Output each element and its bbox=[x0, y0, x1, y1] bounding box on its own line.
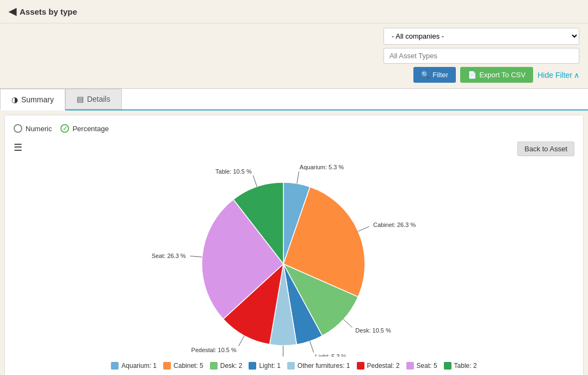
filter-area: - All companies - 🔍 Filter 📄 Export To C… bbox=[0, 23, 588, 89]
filter-button[interactable]: 🔍 Filter bbox=[413, 67, 456, 83]
page-title: Assets by type bbox=[20, 7, 77, 16]
summary-tab-label: Summary bbox=[21, 95, 54, 104]
legend-item: Light: 1 bbox=[249, 362, 280, 370]
svg-text:Aquarium: 5.3 %: Aquarium: 5.3 % bbox=[299, 164, 344, 170]
filter-row-actions: 🔍 Filter 📄 Export To CSV Hide Filter ∧ bbox=[413, 67, 579, 83]
legend-color bbox=[249, 362, 256, 370]
svg-text:Pedestal: 10.5 %: Pedestal: 10.5 % bbox=[191, 347, 236, 353]
hamburger-icon[interactable]: ☰ bbox=[14, 142, 22, 153]
legend-item: Other furnitures: 1 bbox=[287, 362, 350, 370]
tabs-bar: ◑ Summary ▤ Details bbox=[0, 89, 588, 110]
legend-color bbox=[163, 362, 171, 370]
legend-color bbox=[287, 362, 295, 370]
back-to-asset-button[interactable]: Back to Asset bbox=[517, 142, 574, 156]
radio-numeric[interactable]: Numeric bbox=[14, 124, 52, 133]
details-tab-label: Details bbox=[87, 95, 110, 103]
legend-color bbox=[444, 362, 451, 370]
legend-item: Aquarium: 1 bbox=[111, 362, 157, 370]
legend-label: Seat: 5 bbox=[417, 362, 437, 370]
legend-color bbox=[210, 362, 218, 370]
legend-label: Pedestal: 2 bbox=[367, 362, 400, 370]
back-arrow-icon: ◀ bbox=[9, 5, 16, 17]
legend-label: Cabinet: 5 bbox=[174, 362, 203, 370]
main-content: Numeric Percentage ☰ Back to Asset Aquar… bbox=[4, 115, 584, 375]
company-select[interactable]: - All companies - bbox=[383, 28, 579, 45]
svg-text:Light: 5.3 %: Light: 5.3 % bbox=[315, 353, 346, 356]
export-button[interactable]: 📄 Export To CSV bbox=[460, 67, 533, 83]
legend-label: Table: 2 bbox=[454, 362, 477, 370]
chart-container: ☰ Back to Asset Aquarium: 5.3 %Cabinet: … bbox=[14, 142, 574, 370]
legend-label: Desk: 2 bbox=[220, 362, 243, 370]
export-icon: 📄 bbox=[468, 71, 476, 79]
tab-summary[interactable]: ◑ Summary bbox=[0, 89, 65, 110]
filter-row-company: - All companies - bbox=[383, 28, 579, 45]
svg-line-14 bbox=[253, 175, 257, 187]
pie-chart-svg: Aquarium: 5.3 %Cabinet: 26.3 %Desk: 10.5… bbox=[115, 161, 474, 356]
svg-text:Seat: 26.3 %: Seat: 26.3 % bbox=[151, 253, 185, 259]
legend-label: Other furnitures: 1 bbox=[298, 362, 350, 370]
search-icon: 🔍 bbox=[421, 71, 430, 79]
svg-line-0 bbox=[296, 171, 299, 183]
top-bar: ◀ Assets by type bbox=[0, 0, 588, 23]
radio-percentage-label: Percentage bbox=[72, 125, 109, 133]
svg-text:Table: 10.5 %: Table: 10.5 % bbox=[215, 168, 252, 175]
legend-item: Desk: 2 bbox=[210, 362, 243, 370]
filter-row-asset-type bbox=[383, 48, 579, 64]
svg-line-4 bbox=[343, 319, 352, 328]
radio-row: Numeric Percentage bbox=[14, 124, 574, 133]
legend-item: Cabinet: 5 bbox=[163, 362, 203, 370]
svg-line-6 bbox=[310, 341, 313, 353]
back-button[interactable]: ◀ Assets by type bbox=[9, 5, 77, 17]
legend-label: Light: 1 bbox=[259, 362, 280, 370]
legend-color bbox=[111, 362, 119, 370]
tab-details[interactable]: ▤ Details bbox=[65, 89, 122, 109]
pie-chart-wrapper: Aquarium: 5.3 %Cabinet: 26.3 %Desk: 10.5… bbox=[115, 161, 474, 356]
svg-line-10 bbox=[238, 336, 244, 346]
radio-percentage-circle bbox=[60, 124, 69, 133]
legend-row: Aquarium: 1Cabinet: 5Desk: 2Light: 1Othe… bbox=[111, 362, 476, 370]
legend-item: Pedestal: 2 bbox=[357, 362, 400, 370]
radio-numeric-label: Numeric bbox=[26, 125, 52, 133]
svg-text:Cabinet: 26.3 %: Cabinet: 26.3 % bbox=[373, 222, 415, 228]
legend-label: Aquarium: 1 bbox=[121, 362, 157, 370]
hide-filter-button[interactable]: Hide Filter ∧ bbox=[537, 71, 579, 79]
legend-item: Seat: 5 bbox=[406, 362, 437, 370]
svg-line-12 bbox=[190, 256, 202, 257]
chart-header: ☰ Back to Asset bbox=[14, 142, 574, 156]
asset-type-input[interactable] bbox=[383, 48, 579, 64]
legend-item: Table: 2 bbox=[444, 362, 477, 370]
details-tab-icon: ▤ bbox=[77, 95, 84, 103]
summary-tab-icon: ◑ bbox=[11, 95, 18, 104]
legend-color bbox=[357, 362, 364, 370]
svg-line-2 bbox=[358, 226, 369, 231]
radio-percentage[interactable]: Percentage bbox=[60, 124, 109, 133]
legend-color bbox=[406, 362, 414, 370]
chevron-up-icon: ∧ bbox=[574, 71, 579, 79]
svg-text:Desk: 10.5 %: Desk: 10.5 % bbox=[355, 327, 391, 334]
radio-numeric-circle bbox=[14, 124, 22, 133]
